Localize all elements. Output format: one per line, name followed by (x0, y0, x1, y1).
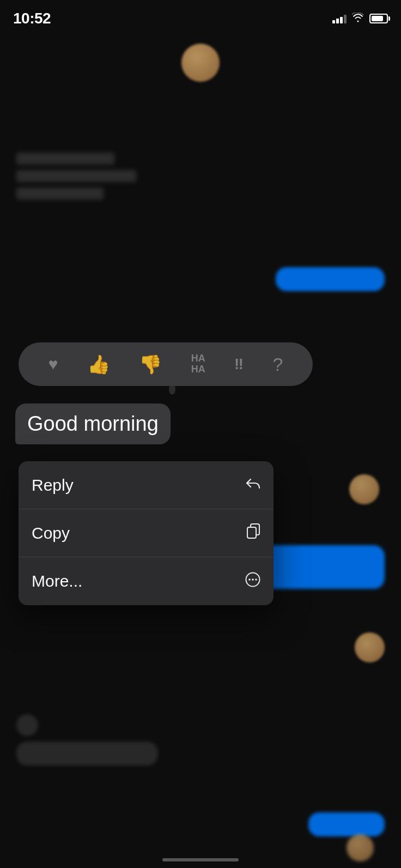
blurred-blue-bubble-3 (308, 812, 385, 836)
copy-button[interactable]: Copy (19, 509, 274, 557)
more-icon (245, 572, 260, 591)
reaction-emphasize[interactable]: ‼ (234, 355, 244, 373)
svg-point-4 (252, 578, 254, 581)
reply-label: Reply (32, 476, 74, 495)
reaction-question[interactable]: ? (272, 354, 283, 375)
blurred-message-left (16, 742, 158, 765)
reaction-heart[interactable]: ♥ (48, 355, 58, 373)
blurred-message-2 (16, 170, 136, 182)
status-time: 10:52 (13, 10, 51, 27)
avatar-top (181, 44, 220, 82)
blurred-message-3 (16, 188, 104, 200)
reaction-haha[interactable]: HAHA (191, 353, 205, 375)
blurred-blue-bubble-2 (254, 545, 385, 589)
blurred-blue-bubble-1 (276, 267, 385, 291)
avatar-bottom-right (355, 632, 385, 662)
avatar-mid-right (349, 474, 379, 504)
svg-point-3 (248, 578, 251, 581)
copy-icon (246, 523, 260, 542)
more-button[interactable]: More... (19, 557, 274, 605)
blurred-avatar-left (16, 714, 38, 736)
battery-icon (369, 14, 388, 23)
avatar-corner-right (347, 834, 374, 861)
copy-label: Copy (32, 524, 70, 542)
signal-icon (332, 14, 347, 23)
home-indicator (162, 858, 239, 861)
reply-button[interactable]: Reply (19, 461, 274, 509)
context-menu: Reply Copy More... (19, 461, 274, 605)
message-text: Good morning (27, 412, 159, 435)
reply-icon (245, 476, 260, 494)
reaction-like[interactable]: 👍 (87, 353, 110, 375)
blurred-message-1 (16, 153, 114, 165)
more-label: More... (32, 572, 82, 590)
status-bar: 10:52 (0, 0, 401, 29)
reaction-dislike[interactable]: 👎 (139, 353, 162, 375)
reaction-bar[interactable]: ♥ 👍 👎 HAHA ‼ ? (19, 342, 313, 386)
svg-point-5 (255, 578, 257, 581)
svg-rect-1 (247, 527, 256, 538)
message-bubble: Good morning (15, 403, 171, 444)
wifi-icon (352, 13, 364, 25)
status-icons (332, 13, 388, 25)
